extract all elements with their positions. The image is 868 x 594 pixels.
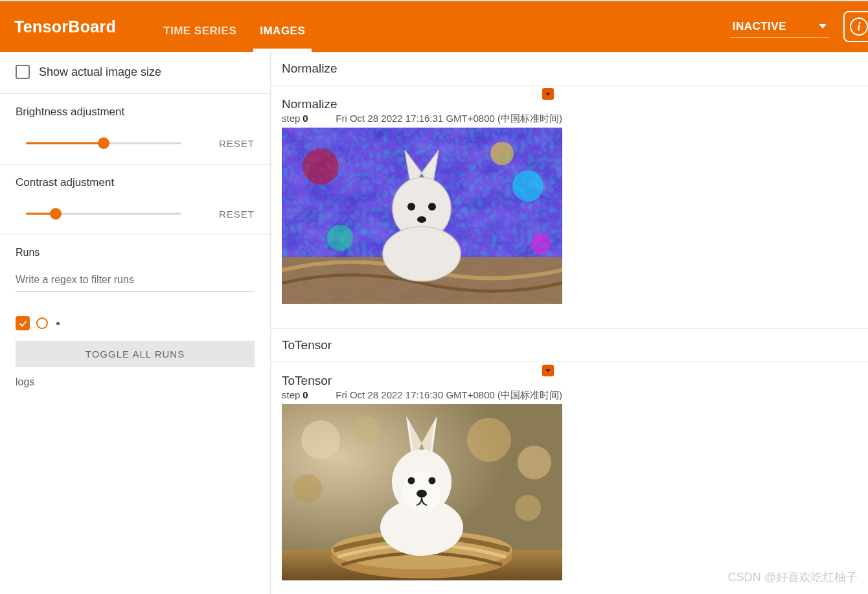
inactive-dropdown[interactable]: INACTIVE <box>730 16 829 38</box>
toggle-all-runs-button[interactable]: TOGGLE ALL RUNS <box>16 341 255 367</box>
brightness-reset-button[interactable]: RESET <box>219 138 255 149</box>
brightness-title: Brightness adjustment <box>16 106 255 119</box>
svg-point-8 <box>417 216 426 223</box>
runs-title: Runs <box>16 247 255 258</box>
inactive-dropdown-label: INACTIVE <box>733 20 786 33</box>
svg-point-27 <box>408 477 415 485</box>
brightness-section: Brightness adjustment RESET <box>0 94 270 165</box>
svg-point-12 <box>327 225 353 251</box>
content-area: Show actual image size Brightness adjust… <box>0 52 868 594</box>
svg-point-20 <box>515 495 541 521</box>
card-timestamp: Fri Oct 28 2022 17:16:31 GMT+0800 (中国标准时… <box>336 113 562 125</box>
run-row <box>0 306 270 337</box>
info-icon: i <box>850 17 868 36</box>
pin-icon[interactable] <box>542 88 554 100</box>
svg-point-16 <box>352 416 380 444</box>
svg-point-28 <box>429 477 436 485</box>
main-area: Normalize Normalize step 0 Fri Oct 28 20… <box>271 52 868 594</box>
card-totensor: ToTensor step 0 Fri Oct 28 2022 17:16:30… <box>271 362 868 594</box>
contrast-slider[interactable] <box>26 207 181 220</box>
contrast-section: Contrast adjustment RESET <box>0 165 270 235</box>
show-actual-size-checkbox[interactable] <box>16 65 30 79</box>
brand-title: TensorBoard <box>14 17 116 36</box>
panel-header-normalize[interactable]: Normalize <box>271 52 868 86</box>
contrast-reset-button[interactable]: RESET <box>219 209 255 220</box>
image-preview-normalize[interactable] <box>282 128 562 304</box>
svg-point-7 <box>428 203 436 211</box>
image-preview-totensor[interactable] <box>282 404 562 580</box>
svg-point-13 <box>531 234 551 255</box>
pin-icon[interactable] <box>542 365 554 376</box>
step-value: 0 <box>303 389 308 400</box>
card-title: ToTensor <box>282 374 858 388</box>
svg-point-15 <box>301 420 340 459</box>
header-right: INACTIVE i <box>730 1 868 52</box>
info-button[interactable]: i <box>843 11 868 42</box>
svg-point-18 <box>518 446 551 479</box>
svg-point-5 <box>383 227 461 281</box>
runs-filter-input[interactable] <box>16 270 255 291</box>
runs-footer-label: logs <box>0 374 270 391</box>
step-label: step <box>282 389 300 400</box>
run-name-dot <box>56 322 60 325</box>
svg-point-29 <box>417 490 427 497</box>
header-tabs: TIME SERIES IMAGES <box>152 1 317 52</box>
show-actual-size-label: Show actual image size <box>39 65 161 79</box>
run-radio[interactable] <box>36 317 48 329</box>
show-actual-size-row: Show actual image size <box>0 52 270 94</box>
runs-section: Runs <box>0 235 270 306</box>
card-normalize: Normalize step 0 Fri Oct 28 2022 17:16:3… <box>271 86 868 328</box>
step-value: 0 <box>303 113 308 124</box>
step-label: step <box>282 113 300 124</box>
brightness-slider[interactable] <box>26 137 181 150</box>
panel-header-totensor[interactable]: ToTensor <box>271 328 868 362</box>
tab-time-series[interactable]: TIME SERIES <box>161 25 239 52</box>
svg-point-9 <box>303 148 339 185</box>
svg-point-19 <box>293 474 322 503</box>
chevron-down-icon <box>819 24 827 29</box>
svg-point-17 <box>467 418 511 462</box>
contrast-title: Contrast adjustment <box>16 176 255 189</box>
app-header: TensorBoard TIME SERIES IMAGES INACTIVE … <box>0 0 868 52</box>
run-checkbox[interactable] <box>16 316 30 330</box>
svg-point-10 <box>512 170 543 201</box>
card-timestamp: Fri Oct 28 2022 17:16:30 GMT+0800 (中国标准时… <box>336 389 562 402</box>
svg-point-6 <box>407 203 415 211</box>
sidebar: Show actual image size Brightness adjust… <box>0 52 271 594</box>
svg-point-11 <box>490 142 514 165</box>
card-title: Normalize <box>282 97 858 111</box>
tab-images[interactable]: IMAGES <box>257 25 308 52</box>
